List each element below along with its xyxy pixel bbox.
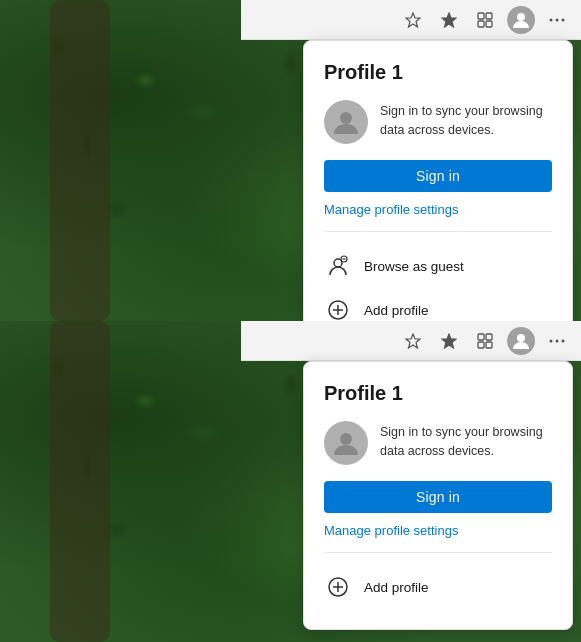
svg-marker-0 (406, 13, 420, 27)
profile-row-bottom: Sign in to sync your browsing data acros… (324, 421, 552, 465)
avatar-bottom (324, 421, 368, 465)
svg-point-7 (550, 18, 553, 21)
panel-title-bottom: Profile 1 (324, 382, 552, 405)
svg-point-25 (556, 339, 559, 342)
profile-icon-2[interactable] (505, 325, 537, 357)
divider-top (324, 231, 552, 232)
svg-rect-3 (486, 13, 492, 19)
profile-description-top: Sign in to sync your browsing data acros… (380, 100, 552, 140)
manage-profile-link-top[interactable]: Manage profile settings (324, 202, 552, 217)
manage-profile-link-bottom[interactable]: Manage profile settings (324, 523, 552, 538)
avatar-top (324, 100, 368, 144)
svg-rect-4 (478, 21, 484, 27)
add-profile-label-bottom: Add profile (364, 580, 429, 595)
svg-point-23 (517, 334, 525, 342)
svg-marker-18 (442, 334, 456, 348)
svg-marker-17 (406, 334, 420, 348)
sign-in-button-top[interactable]: Sign in (324, 160, 552, 192)
browser-section-top: Profile 1 Sign in to sync your browsing … (0, 0, 581, 321)
divider-bottom (324, 552, 552, 553)
svg-point-24 (550, 339, 553, 342)
profile-icon[interactable] (505, 4, 537, 36)
more-icon[interactable] (541, 4, 573, 36)
add-profile-icon-bottom (324, 573, 352, 601)
svg-point-26 (562, 339, 565, 342)
toolbar-top (241, 0, 581, 40)
collections-icon[interactable] (433, 4, 465, 36)
svg-rect-19 (478, 334, 484, 340)
svg-rect-21 (478, 342, 484, 348)
add-profile-icon-top (324, 296, 352, 321)
add-profile-item-top[interactable]: Add profile (324, 288, 552, 321)
svg-point-6 (517, 13, 525, 21)
panel-title-top: Profile 1 (324, 61, 552, 84)
more-icon-2[interactable] (541, 325, 573, 357)
browser-section-bottom: Profile 1 Sign in to sync your browsing … (0, 321, 581, 642)
svg-rect-20 (486, 334, 492, 340)
profile-description-bottom: Sign in to sync your browsing data acros… (380, 421, 552, 461)
svg-point-9 (562, 18, 565, 21)
svg-rect-2 (478, 13, 484, 19)
svg-rect-5 (486, 21, 492, 27)
browse-as-guest-item[interactable]: Browse as guest (324, 244, 552, 288)
svg-point-8 (556, 18, 559, 21)
svg-point-10 (340, 112, 352, 124)
profile-avatar-small-2 (507, 327, 535, 355)
svg-point-27 (340, 433, 352, 445)
add-profile-item-bottom[interactable]: Add profile (324, 565, 552, 609)
favorites-icon-2[interactable] (397, 325, 429, 357)
add-profile-label-top: Add profile (364, 303, 429, 318)
svg-marker-1 (442, 13, 456, 27)
favorites-icon[interactable] (397, 4, 429, 36)
profile-panel-bottom: Profile 1 Sign in to sync your browsing … (303, 361, 573, 630)
browser-essentials-icon[interactable] (469, 4, 501, 36)
guest-icon (324, 252, 352, 280)
profile-row-top: Sign in to sync your browsing data acros… (324, 100, 552, 144)
browse-as-guest-label: Browse as guest (364, 259, 464, 274)
collections-icon-2[interactable] (433, 325, 465, 357)
browser-essentials-icon-2[interactable] (469, 325, 501, 357)
profile-panel-top: Profile 1 Sign in to sync your browsing … (303, 40, 573, 321)
profile-avatar-small (507, 6, 535, 34)
sign-in-button-bottom[interactable]: Sign in (324, 481, 552, 513)
toolbar-bottom (241, 321, 581, 361)
svg-rect-22 (486, 342, 492, 348)
